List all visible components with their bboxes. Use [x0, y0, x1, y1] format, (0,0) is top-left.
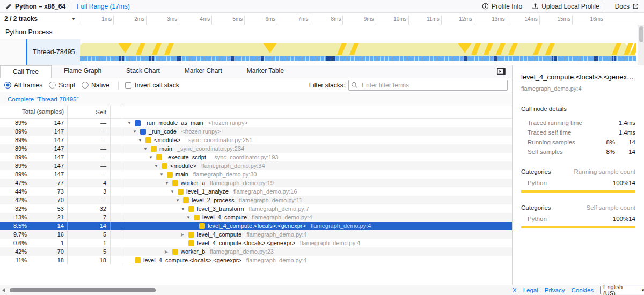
tab-stack-chart[interactable]: Stack Chart [114, 65, 172, 78]
collapse-icon[interactable]: ▼ [186, 215, 194, 220]
radio-all-frames[interactable]: All frames [4, 82, 42, 89]
tree-row[interactable]: 42%70—▼level_2_processflamegraph_demo.py… [0, 196, 512, 204]
time-tick-label: 11ms [427, 16, 440, 22]
tree-row[interactable]: 8.5%1414▼level_4_compute.<locals>.<genex… [0, 222, 512, 230]
tab-marker-chart[interactable]: Marker Chart [172, 65, 235, 78]
collapse-icon[interactable]: ▼ [138, 138, 145, 143]
category-bar [521, 190, 635, 193]
collapse-icon[interactable]: ▼ [175, 198, 183, 203]
tree-row[interactable]: 89%147—▼<module>flamegraph_demo.py:34 [0, 161, 512, 170]
total-percent: 89% [15, 145, 27, 152]
edit-pencil-icon[interactable] [5, 3, 12, 10]
profiler-app: Python – x86_64 Full Range (17ms) Profil… [0, 0, 644, 295]
total-samples: 147 [54, 120, 64, 126]
samples-bar[interactable] [80, 56, 636, 61]
total-percent: 89% [15, 163, 27, 169]
tree-row[interactable]: 13%217▼level_4_computeflamegraph_demo.py… [0, 213, 512, 222]
category-square-yellow [172, 249, 178, 255]
filter-search [348, 80, 508, 91]
function-name: level_4_compute.<locals>.<genexpr> [143, 257, 241, 263]
collapse-icon[interactable]: ▼ [143, 146, 151, 151]
tab-call-tree[interactable]: Call Tree [0, 65, 52, 78]
radio-icon [82, 82, 89, 88]
footer-link-legal[interactable]: Legal [523, 287, 538, 293]
collapse-icon[interactable]: ▼ [127, 121, 135, 126]
collapse-icon[interactable]: ▼ [165, 181, 172, 186]
collapse-icon[interactable]: ▼ [170, 189, 178, 194]
tab-marker-table[interactable]: Marker Table [235, 65, 296, 78]
tree-row[interactable]: 9.7%165▶level_4_computeflamegraph_demo.p… [0, 230, 512, 239]
time-tick-label: 6ms [265, 16, 275, 22]
tree-row[interactable]: 0.6%11▼level_4_compute.<locals>.<genexpr… [0, 239, 512, 247]
category-square-yellow [156, 154, 162, 160]
column-header-self[interactable]: Self [67, 106, 110, 118]
function-file: flamegraph_demo.py:16 [233, 188, 297, 195]
radio-icon [49, 82, 56, 88]
tab-flame-graph[interactable]: Flame Graph [52, 65, 114, 78]
tree-row[interactable]: 89%147—▼_run_module_as_main<frozen runpy… [0, 119, 512, 127]
column-header-total[interactable]: Total (samples) [0, 106, 67, 118]
collapse-icon[interactable]: ▼ [181, 206, 188, 211]
tree-row[interactable]: 89%147—▼<module>_sync_coordinator.py:251 [0, 136, 512, 144]
breadcrumb[interactable]: Complete “Thread-78495” [8, 96, 78, 102]
tree-row[interactable]: 89%147—▼_execute_script_sync_coordinator… [0, 153, 512, 161]
full-range-link[interactable]: Full Range (17ms) [77, 3, 130, 10]
category-square-yellow [167, 172, 173, 178]
tracks-panel: Python Process Thread-78495 [0, 25, 644, 65]
tree-row[interactable]: 11%1818▼level_4_compute.<locals>.<genexp… [0, 256, 512, 264]
collapse-icon[interactable]: ▼ [154, 164, 162, 168]
collapse-icon[interactable]: ▼ [149, 155, 156, 160]
sidebar-toggle-icon[interactable] [497, 68, 506, 77]
docs-button[interactable]: Docs [615, 3, 639, 10]
footer-link-cookies[interactable]: Cookies [572, 287, 594, 293]
function-name: _execute_script [165, 154, 206, 160]
total-samples: 147 [54, 171, 64, 178]
time-ruler[interactable]: 1ms2ms3ms4ms5ms6ms7ms8ms9ms10ms11ms12ms1… [80, 13, 644, 25]
self-samples: — [67, 170, 110, 179]
sample-segment [463, 56, 467, 61]
thread-activity-graph[interactable] [80, 39, 636, 65]
category-row: Python100%14 [521, 178, 635, 188]
invert-call-stack-checkbox[interactable]: Invert call stack [125, 82, 179, 89]
function-name: <module> [170, 163, 196, 169]
function-name: main [159, 145, 172, 152]
footer-links: XLegalPrivacyCookiesEnglish (US)▼ [513, 286, 644, 294]
tree-row[interactable]: 89%147—▼main_sync_coordinator.py:234 [0, 144, 512, 153]
tree-row[interactable]: 47%774▼worker_aflamegraph_demo.py:19 [0, 179, 512, 187]
language-select[interactable]: English (US)▼ [600, 286, 644, 294]
horizontal-scrollbar[interactable] [0, 285, 513, 295]
expand-icon[interactable]: ▶ [181, 232, 188, 237]
tree-row[interactable]: 89%147—▼mainflamegraph_demo.py:30 [0, 170, 512, 179]
upload-profile-button[interactable]: Upload Local Profile [532, 3, 599, 10]
collapse-icon[interactable]: ▼ [159, 172, 167, 177]
tree-row[interactable]: 42%705▶worker_bflamegraph_demo.py:23 [0, 247, 512, 256]
detail-row: Self samples8%14 [521, 147, 635, 157]
tree-row[interactable]: 44%733▼level_1_analyzeflamegraph_demo.py… [0, 187, 512, 196]
horizontal-scrollbar-thumb[interactable] [10, 288, 156, 292]
function-file: flamegraph_demo.py:30 [193, 171, 257, 178]
function-file: flamegraph_demo.py:4 [311, 223, 371, 229]
expand-icon[interactable]: ▶ [165, 249, 172, 254]
filter-stacks-input[interactable] [348, 80, 508, 91]
footer-link-x[interactable]: X [513, 287, 517, 293]
vertical-scrollbar[interactable] [638, 25, 644, 65]
process-track-header[interactable]: Python Process [0, 25, 644, 39]
sample-segment [230, 56, 235, 61]
tree-row[interactable]: 32%5332▼level_3_transformflamegraph_demo… [0, 204, 512, 213]
function-file: flamegraph_demo.py:4 [252, 214, 312, 220]
category-bar [521, 226, 635, 228]
sample-segment [177, 56, 181, 61]
filter-bar: All framesScriptNative Invert call stack… [0, 78, 512, 92]
vertical-scrollbar-thumb[interactable] [639, 26, 643, 42]
scroll-left-arrow-icon[interactable] [2, 288, 5, 292]
tracks-dropdown[interactable]: 2 / 2 tracks ▼ [0, 13, 80, 25]
tree-row[interactable]: 89%147—▼_run_code<frozen runpy> [0, 127, 512, 136]
thread-track-label[interactable]: Thread-78495 [26, 39, 80, 65]
radio-native[interactable]: Native [82, 82, 109, 89]
collapse-icon[interactable]: ▼ [133, 129, 140, 134]
radio-script[interactable]: Script [49, 82, 75, 89]
footer-link-privacy[interactable]: Privacy [545, 287, 565, 293]
profile-info-button[interactable]: Profile Info [482, 3, 522, 10]
self-samples: 32 [67, 204, 110, 213]
total-percent: 13% [15, 214, 27, 220]
